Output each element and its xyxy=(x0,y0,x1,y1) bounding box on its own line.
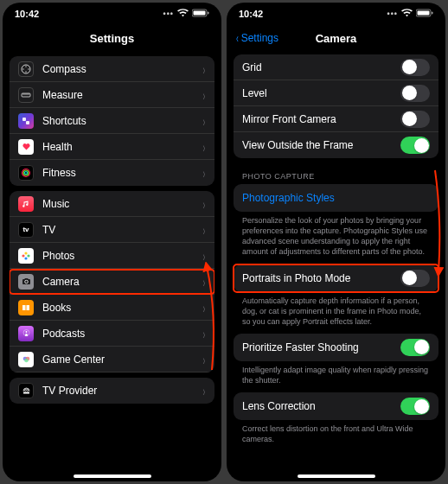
toggle-view-outside[interactable] xyxy=(400,137,430,154)
toggles-group: Grid Level Mirror Front Camera View Outs… xyxy=(234,54,438,158)
phone-left: 10:42 ••• Settings Compass › Measure › xyxy=(3,3,221,481)
row-music[interactable]: Music › xyxy=(10,191,214,217)
toggle-prioritize[interactable] xyxy=(400,339,430,356)
fitness-icon xyxy=(18,165,34,181)
chevron-right-icon: › xyxy=(203,86,206,104)
row-books[interactable]: Books › xyxy=(10,295,214,321)
label: Portraits in Photo Mode xyxy=(242,272,400,284)
toggle-grid[interactable] xyxy=(400,59,430,76)
settings-group-3: TV Provider › xyxy=(10,378,214,404)
camera-settings[interactable]: Grid Level Mirror Front Camera View Outs… xyxy=(227,51,445,481)
section-header-photo-capture: PHOTO CAPTURE xyxy=(227,163,445,184)
label: Lens Correction xyxy=(242,400,400,412)
row-lens-correction[interactable]: Lens Correction xyxy=(234,392,438,420)
label: Prioritize Faster Shooting xyxy=(242,341,400,353)
svg-rect-6 xyxy=(26,121,29,124)
label: Health xyxy=(42,141,202,153)
photographic-styles-description: Personalize the look of your photos by b… xyxy=(227,212,445,264)
health-icon xyxy=(18,139,34,155)
battery-icon xyxy=(416,9,433,19)
label: TV Provider xyxy=(42,385,202,397)
svg-point-10 xyxy=(24,252,27,254)
row-view-outside-frame[interactable]: View Outside the Frame xyxy=(234,132,438,158)
row-podcasts[interactable]: Podcasts › xyxy=(10,321,214,347)
chevron-right-icon: › xyxy=(203,221,206,239)
status-icons: ••• xyxy=(387,9,433,19)
svg-rect-2 xyxy=(208,12,209,15)
row-fitness[interactable]: Fitness › xyxy=(10,160,214,186)
battery-icon xyxy=(192,9,209,19)
books-icon xyxy=(18,300,34,315)
status-bar: 10:42 ••• xyxy=(3,3,221,25)
row-grid[interactable]: Grid xyxy=(234,54,438,80)
label: Camera xyxy=(42,276,202,288)
label: View Outside the Frame xyxy=(242,139,400,151)
nav-bar: Settings xyxy=(3,25,221,51)
link-label: Photographic Styles xyxy=(242,192,335,204)
toggle-mirror[interactable] xyxy=(400,111,430,128)
row-prioritize-faster-shooting[interactable]: Prioritize Faster Shooting xyxy=(234,334,438,361)
settings-group-2: Music › tv TV › Photos › Camera › Books xyxy=(10,191,214,373)
home-indicator[interactable] xyxy=(74,474,151,478)
clock: 10:42 xyxy=(239,9,263,19)
settings-list[interactable]: Compass › Measure › Shortcuts › Health ›… xyxy=(3,51,221,481)
label: Music xyxy=(42,198,202,210)
label: Books xyxy=(42,302,202,314)
measure-icon xyxy=(18,87,34,103)
cellular-icon: ••• xyxy=(387,10,398,18)
label: Grid xyxy=(242,61,400,73)
back-button[interactable]: ‹ Settings xyxy=(235,31,278,45)
svg-point-9 xyxy=(25,172,28,175)
label: Mirror Front Camera xyxy=(242,113,400,125)
clock: 10:42 xyxy=(15,9,39,19)
label: Measure xyxy=(42,89,202,101)
label: Fitness xyxy=(42,167,202,179)
chevron-right-icon: › xyxy=(203,382,206,399)
tv-icon: tv xyxy=(18,222,34,238)
lens-correction-description: Correct lens distortion on the front and… xyxy=(227,420,445,451)
svg-rect-4 xyxy=(22,93,30,97)
svg-point-13 xyxy=(22,254,24,257)
toggle-lens-correction[interactable] xyxy=(400,398,430,415)
tv-provider-icon xyxy=(18,383,34,398)
photos-icon xyxy=(18,248,34,264)
row-tv-provider[interactable]: TV Provider › xyxy=(10,378,214,404)
wifi-icon xyxy=(177,9,189,19)
svg-point-17 xyxy=(25,331,27,333)
svg-point-21 xyxy=(24,359,29,363)
chevron-right-icon: › xyxy=(203,60,206,78)
row-camera[interactable]: Camera › xyxy=(10,269,214,295)
label: Game Center xyxy=(42,353,202,366)
settings-group-1: Compass › Measure › Shortcuts › Health ›… xyxy=(10,56,214,186)
row-measure[interactable]: Measure › xyxy=(10,82,214,108)
status-icons: ••• xyxy=(163,9,209,19)
row-shortcuts[interactable]: Shortcuts › xyxy=(10,108,214,134)
nav-bar: ‹ Settings Camera xyxy=(227,25,445,51)
row-photographic-styles[interactable]: Photographic Styles xyxy=(234,184,438,212)
label: Compass xyxy=(42,63,202,75)
toggle-level[interactable] xyxy=(400,85,430,102)
page-title: Camera xyxy=(316,32,357,45)
home-indicator[interactable] xyxy=(298,474,375,478)
label: Shortcuts xyxy=(42,115,202,127)
prioritize-description: Intelligently adapt image quality when r… xyxy=(227,361,445,392)
status-bar: 10:42 ••• xyxy=(227,3,445,25)
row-level[interactable]: Level xyxy=(234,80,438,106)
row-game-center[interactable]: Game Center › xyxy=(10,347,214,373)
svg-point-12 xyxy=(24,257,27,259)
toggle-portraits[interactable] xyxy=(400,270,430,287)
chevron-right-icon: › xyxy=(203,351,206,368)
label: Level xyxy=(242,87,400,99)
row-photos[interactable]: Photos › xyxy=(10,243,214,269)
music-icon xyxy=(18,196,34,212)
wifi-icon xyxy=(401,9,413,19)
row-mirror-front-camera[interactable]: Mirror Front Camera xyxy=(234,106,438,132)
row-health[interactable]: Health › xyxy=(10,134,214,160)
row-compass[interactable]: Compass › xyxy=(10,56,214,82)
row-portraits-photo-mode[interactable]: Portraits in Photo Mode xyxy=(234,264,438,292)
label: Photos xyxy=(42,250,202,262)
shortcuts-icon xyxy=(18,113,34,129)
svg-rect-5 xyxy=(22,118,26,121)
chevron-right-icon: › xyxy=(203,247,206,264)
row-tv[interactable]: tv TV › xyxy=(10,217,214,243)
